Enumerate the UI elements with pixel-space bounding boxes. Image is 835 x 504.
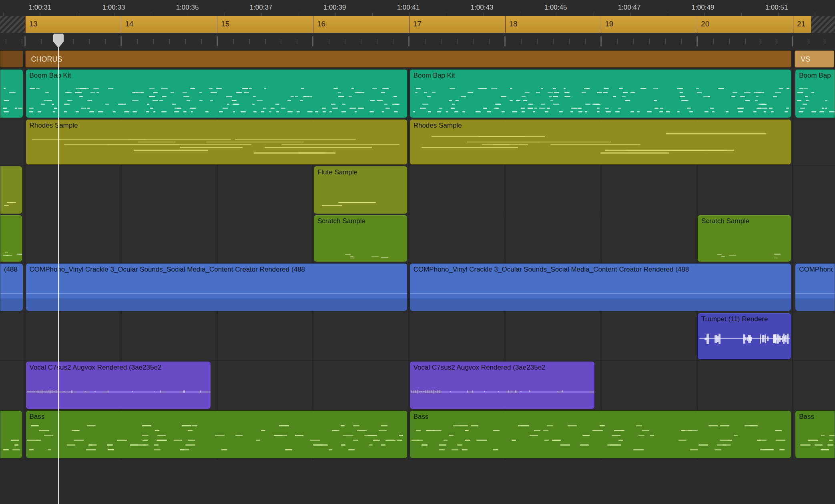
region-vocal[interactable]: Vocal C7sus2 Augvox Rendered (3ae235e2: [409, 361, 595, 409]
region-scratch[interactable]: [0, 215, 22, 262]
bar-ticks: [0, 36, 835, 46]
region-vinyl[interactable]: COMPhono_Vinyl Crackle 3_Ocular Sounds_S…: [26, 263, 407, 311]
bar-ruler-segment[interactable]: 13: [25, 16, 121, 33]
region-notes: [0, 411, 22, 458]
time-ruler[interactable]: 1:00:311:00:331:00:351:00:371:00:391:00:…: [0, 0, 835, 16]
region-scratch[interactable]: Scratch Sample: [697, 215, 791, 262]
region-label: COMPhono_Vinyl Crackle 3_Ocular Sounds_S…: [799, 266, 833, 274]
region-flute[interactable]: Flute Sample: [313, 166, 407, 214]
arrangement-marker-row[interactable]: CHORUSVS: [0, 50, 835, 68]
bar-ruler-segment[interactable]: 17: [409, 16, 505, 33]
region-label: Scratch Sample: [701, 217, 789, 225]
region-label: COMPhono_Vinyl Crackle 3_Ocular Sounds_S…: [30, 266, 405, 274]
bar-ruler[interactable]: 131415161718192021: [0, 16, 835, 33]
region-label: Scratch Sample: [317, 217, 405, 225]
time-label: 1:00:37: [250, 4, 273, 12]
region-label: Rhodes Sample: [30, 122, 405, 130]
bar-ruler-segment[interactable]: 15: [217, 16, 313, 33]
time-label: 1:00:43: [471, 4, 494, 12]
region-vinyl[interactable]: COMPhono_Vinyl Crackle 3_Ocular Sounds_S…: [795, 263, 835, 311]
track-lane-flute[interactable]: [0, 166, 835, 214]
region-drums[interactable]: Boom Bap Kit: [409, 69, 791, 118]
region-drums[interactable]: Boom Bap Kit: [26, 69, 407, 118]
ruler-hatch-left: [0, 16, 25, 33]
region-flute[interactable]: [0, 166, 22, 214]
marker-chorus[interactable]: CHORUS: [25, 50, 791, 68]
time-label: 1:00:41: [397, 4, 420, 12]
region-trumpet[interactable]: Trumpet (11) Rendere: [697, 313, 791, 360]
bar-ruler-segment[interactable]: 20: [697, 16, 793, 33]
region-label: (488: [4, 266, 21, 274]
region-label: Trumpet (11) Rendere: [701, 315, 789, 323]
time-label: 1:00:51: [765, 4, 788, 12]
region-vinyl[interactable]: COMPhono_Vinyl Crackle 3_Ocular Sounds_S…: [409, 263, 791, 311]
bar-ruler-segment[interactable]: 21: [793, 16, 811, 33]
time-ruler-ticks: [0, 12, 835, 16]
time-label: 1:00:49: [692, 4, 715, 12]
region-vinyl[interactable]: (488: [0, 263, 23, 311]
arrange-window: 1:00:311:00:331:00:351:00:371:00:391:00:…: [0, 0, 835, 504]
region-label: Boom Bap Kit: [413, 72, 789, 80]
beat-ruler[interactable]: [0, 33, 835, 50]
time-label: 1:00:47: [618, 4, 641, 12]
marker-previous-section[interactable]: [0, 50, 23, 68]
time-label: 1:00:33: [102, 4, 125, 12]
region-label: Bass: [799, 413, 833, 421]
region-drums[interactable]: Boom Bap Kit: [795, 69, 835, 118]
region-label: Boom Bap Kit: [799, 72, 833, 80]
marker-label: CHORUS: [31, 55, 62, 63]
time-label: 1:00:31: [29, 4, 52, 12]
bar-ruler-segment[interactable]: 16: [313, 16, 409, 33]
region-bass[interactable]: Bass: [795, 410, 835, 458]
time-label: 1:00:39: [323, 4, 346, 12]
region-vocal[interactable]: Vocal C7sus2 Augvox Rendered (3ae235e2: [26, 361, 211, 409]
region-label: Bass: [30, 413, 405, 421]
region-keys[interactable]: Rhodes Sample: [409, 119, 791, 165]
region-keys[interactable]: Rhodes Sample: [26, 119, 407, 165]
region-label: Flute Sample: [317, 168, 405, 176]
time-label: 1:00:45: [544, 4, 567, 12]
region-scratch[interactable]: Scratch Sample: [313, 215, 407, 262]
region-bass[interactable]: [0, 410, 22, 458]
region-drums[interactable]: [0, 69, 23, 118]
region-label: COMPhono_Vinyl Crackle 3_Ocular Sounds_S…: [413, 266, 789, 274]
marker-vs[interactable]: VS: [795, 50, 834, 68]
bar-ruler-segment[interactable]: 18: [505, 16, 601, 33]
region-bass[interactable]: Bass: [409, 410, 791, 458]
region-bass[interactable]: Bass: [26, 410, 407, 458]
region-notes: [0, 70, 23, 118]
region-label: Vocal C7sus2 Augvox Rendered (3ae235e2: [30, 364, 209, 372]
tracks-area[interactable]: Boom Bap KitBoom Bap KitBoom Bap KitRhod…: [0, 68, 835, 504]
region-label: Rhodes Sample: [413, 122, 789, 130]
region-notes: [0, 215, 22, 262]
bar-ruler-segment[interactable]: 19: [601, 16, 697, 33]
region-notes: [0, 166, 22, 214]
ruler-hatch-right: [811, 16, 835, 33]
region-label: Vocal C7sus2 Augvox Rendered (3ae235e2: [413, 364, 593, 372]
time-label: 1:00:35: [176, 4, 199, 12]
region-label: Bass: [413, 413, 789, 421]
bar-ruler-segment[interactable]: 14: [121, 16, 217, 33]
region-label: Boom Bap Kit: [30, 72, 405, 80]
marker-label: VS: [801, 55, 810, 63]
playhead-line: [58, 34, 59, 504]
